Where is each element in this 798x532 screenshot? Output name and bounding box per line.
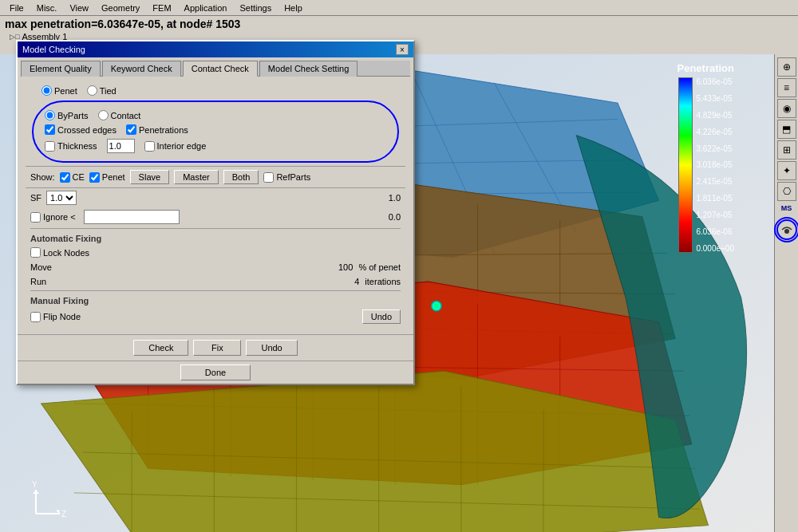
legend-title: Penetration (677, 62, 734, 74)
contact-label: Contact (111, 111, 141, 120)
automatic-fixing-section: Automatic Fixing Lock Nodes Move 100 % o… (26, 231, 405, 289)
ignore-checkbox[interactable] (30, 212, 41, 223)
legend-value-10: 0.000e+00 (696, 244, 734, 253)
contact-radio-label[interactable]: Contact (98, 110, 141, 120)
sf-right-value: 1.0 (389, 193, 401, 203)
ignore-row: Ignore < 0.0 (26, 207, 405, 227)
toolbar-btn-3[interactable]: ◉ (777, 99, 796, 118)
menu-geometry[interactable]: Geometry (95, 3, 146, 13)
flip-node-checkbox[interactable] (30, 312, 41, 322)
ce-check-label[interactable]: CE (60, 172, 85, 183)
penet-show-text: Penet (102, 172, 125, 182)
flip-node-text: Flip Node (43, 312, 81, 321)
toolbar-btn-4[interactable]: ⬒ (777, 120, 796, 139)
ignore-text: Ignore < (43, 212, 76, 222)
tied-radio-label[interactable]: Tied (87, 85, 117, 96)
sf-row: SF 1.0 1.5 2.0 1.0 (26, 188, 405, 207)
dialog-titlebar: Model Checking × (18, 41, 413, 57)
both-button[interactable]: Both (223, 170, 259, 184)
lock-nodes-text: Lock Nodes (43, 248, 89, 258)
right-toolbar: ⊕ ≡ ◉ ⬒ ⊞ ✦ ⎔ MS (774, 54, 798, 532)
contact-radio[interactable] (98, 110, 109, 120)
legend-colorbar (678, 77, 693, 253)
main-title: max penetration=6.03647e-05, at node# 15… (5, 18, 793, 30)
svg-text:Y: Y (32, 480, 38, 489)
interior-edge-label[interactable]: Interior edge (144, 141, 207, 152)
toolbar-circle-btn[interactable] (774, 217, 799, 242)
penet-radio[interactable] (41, 85, 52, 96)
toolbar-btn-2[interactable]: ≡ (777, 78, 796, 97)
byparts-radio[interactable] (45, 110, 55, 120)
menubar: File Misc. View Geometry FEM Application… (0, 0, 798, 16)
toolbar-btn-1[interactable]: ⊕ (777, 57, 796, 77)
byparts-radio-label[interactable]: ByParts (45, 110, 89, 120)
byparts-contact-row: ByParts Contact (41, 109, 389, 121)
interior-edge-text: Interior edge (157, 141, 207, 151)
blue-oval-group: ByParts Contact Crossed edges Pe (32, 100, 399, 163)
toolbar-btn-7[interactable]: ⎔ (777, 182, 796, 201)
legend-value-4: 3.622e-05 (696, 144, 734, 153)
crossed-edges-checkbox[interactable] (45, 124, 55, 135)
menu-fem[interactable]: FEM (146, 3, 177, 13)
flip-node-label[interactable]: Flip Node (30, 312, 81, 322)
slave-button[interactable]: Slave (130, 170, 170, 184)
master-button[interactable]: Master (174, 170, 219, 184)
menu-settings[interactable]: Settings (233, 3, 278, 13)
dialog-close-button[interactable]: × (396, 44, 409, 55)
dialog-content: Element Quality Keyword Check Contact Ch… (18, 57, 413, 334)
thickness-checkbox[interactable] (45, 141, 55, 152)
done-button[interactable]: Done (180, 365, 251, 380)
legend-value-8: 1.207e-05 (696, 211, 734, 219)
svg-point-40 (434, 304, 439, 309)
tab-model-check-setting[interactable]: Model Check Setting (259, 61, 358, 77)
penet-show-checkbox[interactable] (89, 172, 100, 183)
tab-keyword-check[interactable]: Keyword Check (102, 61, 181, 77)
toolbar-btn-6[interactable]: ✦ (777, 161, 796, 180)
penetrations-checkbox[interactable] (126, 124, 136, 135)
menu-file[interactable]: File (3, 3, 30, 13)
fix-button[interactable]: Fix (193, 340, 241, 356)
ignore-input[interactable] (84, 210, 180, 224)
toolbar-btn-5[interactable]: ⊞ (777, 140, 796, 160)
check-button[interactable]: Check (133, 340, 188, 356)
contact-check-panel: Penet Tied ByParts Contact (21, 77, 410, 331)
legend-value-5: 3.018e-05 (696, 160, 734, 169)
menu-view[interactable]: View (63, 3, 95, 13)
menu-application[interactable]: Application (178, 3, 234, 13)
run-value: 4 iterations (354, 277, 401, 286)
bottom-buttons-row: Check Fix Undo (18, 334, 413, 361)
penet-radio-label[interactable]: Penet (41, 85, 77, 96)
tied-radio[interactable] (87, 85, 97, 96)
tab-element-quality[interactable]: Element Quality (21, 61, 101, 77)
undo-button[interactable]: Undo (246, 340, 297, 356)
interior-edge-checkbox[interactable] (144, 141, 155, 152)
penet-show-label[interactable]: Penet (89, 172, 125, 183)
show-label: Show: (30, 172, 55, 182)
sf-select[interactable]: 1.0 1.5 2.0 (46, 191, 77, 205)
run-label: Run (30, 277, 46, 286)
thickness-value-field[interactable] (107, 139, 135, 153)
refparts-checkbox[interactable] (263, 172, 274, 183)
model-checking-dialog: Model Checking × Element Quality Keyword… (16, 40, 415, 385)
ignore-label[interactable]: Ignore < (30, 212, 76, 223)
thickness-label[interactable]: Thickness (45, 141, 97, 152)
sf-label: SF (30, 193, 41, 203)
crossed-edges-label[interactable]: Crossed edges (45, 124, 117, 135)
tab-contact-check[interactable]: Contact Check (183, 61, 258, 77)
crossed-edges-text: Crossed edges (57, 125, 117, 135)
penetrations-label[interactable]: Penetrations (126, 124, 188, 135)
menu-misc[interactable]: Misc. (30, 3, 64, 13)
lock-nodes-checkbox[interactable] (30, 247, 41, 258)
move-row: Move 100 % of penet (26, 260, 405, 274)
menu-help[interactable]: Help (278, 3, 309, 13)
manual-fixing-title: Manual Fixing (26, 293, 405, 307)
lock-nodes-label[interactable]: Lock Nodes (30, 247, 89, 258)
thickness-text: Thickness (57, 141, 97, 151)
legend-value-2: 4.829e-05 (696, 111, 734, 120)
undo-manual-button[interactable]: Undo (362, 309, 401, 324)
legend-value-7: 1.811e-05 (696, 194, 734, 203)
move-value: 100 % of penet (338, 262, 401, 272)
legend-value-3: 4.226e-05 (696, 128, 734, 136)
refparts-label[interactable]: RefParts (263, 172, 310, 183)
ce-checkbox[interactable] (60, 172, 70, 183)
